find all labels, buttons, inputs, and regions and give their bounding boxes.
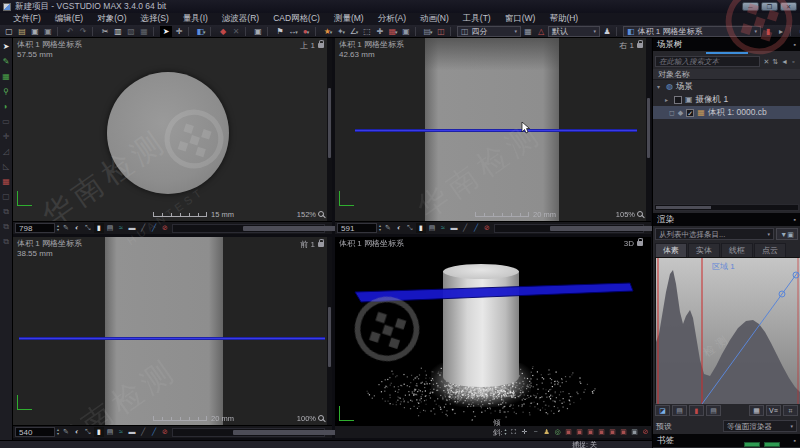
slice-view-right[interactable]: 体积 1 网格坐标系 42.63 mm 右 1 20 mm 105% [335,38,651,221]
slice-tool-icon[interactable]: ◐ [72,223,82,233]
tree-scrollbar[interactable] [654,204,799,211]
warning-icon[interactable]: △ [535,26,547,37]
tree-row-scene[interactable]: ▾ ◍ 场景 [653,80,800,93]
tool-icon[interactable]: ◗ [1,101,12,112]
toolbar-icon[interactable]: ↷ [77,26,89,37]
slice-tool-icon[interactable]: ╱ [149,223,159,233]
clipping-plane[interactable] [335,237,651,425]
toolbar-icon[interactable]: ⬚ [361,26,373,37]
render-tab[interactable]: 线框 [721,243,753,257]
menu-item[interactable]: 滤波器(R) [215,13,266,25]
expander-icon[interactable]: ▸ [665,96,671,103]
histogram-tool-button[interactable]: ▤ [672,405,687,416]
region-label[interactable]: 区域 1 [712,261,735,272]
toolbar-icon[interactable]: ▥ [112,26,124,37]
tool-icon[interactable]: ✎ [1,56,12,67]
expander-icon[interactable]: ▾ [657,83,663,90]
slice-tool-icon[interactable]: ✎ [61,427,71,437]
visibility-checkbox[interactable] [674,96,682,104]
lock-icon[interactable] [318,242,324,247]
tool-icon[interactable]: ◿ [1,146,12,157]
3d-tool-icon[interactable]: ⊘ [641,427,651,437]
slice-number-input[interactable] [15,223,55,233]
slice-plane-line[interactable] [19,337,325,340]
tilt-spinner[interactable]: ▴▾ [505,428,507,436]
toolbar-icon[interactable] [315,27,319,36]
3d-tool-icon[interactable]: ▣ [619,427,629,437]
person-icon[interactable]: ♟ [601,26,613,37]
slice-tool-icon[interactable]: ╱ [138,427,148,437]
toolbar-icon[interactable] [450,27,454,36]
slice-tool-icon[interactable]: ▮ [94,223,104,233]
lock-icon[interactable] [318,43,324,48]
menu-item[interactable]: 工具(T) [456,13,498,25]
toolbar-icon[interactable] [188,27,192,36]
slice-tool-icon[interactable]: ▤ [105,427,115,437]
toolbar-icon[interactable] [245,27,249,36]
slice-tool-icon[interactable]: ◐ [72,427,82,437]
toolbar-icon[interactable]: ▦▾ [387,26,399,37]
toolbar-icon[interactable] [267,27,271,36]
preset-select[interactable]: 等值面渲染器▾ [723,420,797,432]
search-tool-icon[interactable]: ◄ [780,58,789,66]
menu-item[interactable]: 编辑(E) [48,13,90,25]
toolbar-icon[interactable]: ▤▾ [422,26,434,37]
3d-tool-icon[interactable]: ▣ [630,427,640,437]
slice-tool-icon[interactable]: ╱ [138,223,148,233]
tool-icon[interactable]: ➤ [1,41,12,52]
slice-plane-line[interactable] [355,129,637,132]
3d-tool-icon[interactable]: ⛶ [509,427,519,437]
tool-icon[interactable]: ▢ [1,191,12,202]
toolbar-icon[interactable]: ◫ [435,26,447,37]
layout-select[interactable]: ◫ 四分 ▾ [457,26,521,37]
render-tab[interactable]: 实体 [688,243,720,257]
slice-scrollbar[interactable] [172,428,325,437]
slice-scrollbar[interactable] [172,224,325,233]
close-button[interactable]: ✕ [780,2,797,11]
menu-item[interactable]: 量具(I) [176,13,215,25]
toolbar-icon[interactable]: ✂ [99,26,111,37]
magnifier-icon[interactable] [318,415,324,421]
toolbar-icon[interactable]: ✕ [230,26,242,37]
toolbar-icon[interactable] [92,27,96,36]
toolbar-icon[interactable]: ↔▾ [287,26,299,37]
toolbar-icon[interactable]: ✚ [374,26,386,37]
lock-icon[interactable] [637,43,643,48]
toolbar-icon[interactable]: ▸ [775,26,787,37]
toolbar-icon[interactable] [57,27,61,36]
magnifier-icon[interactable] [318,211,324,217]
slice-tool-icon[interactable]: ▤ [427,223,437,233]
toolbar-icon[interactable]: ▣ [400,26,412,37]
toolbar-icon[interactable]: ▢ [3,26,15,37]
toolbar-icon[interactable]: ▣ [252,26,264,37]
slice-tool-icon[interactable]: ⊘ [482,223,492,233]
toolbar-icon[interactable]: ▮ [762,26,774,37]
vertical-scrollbar[interactable] [327,237,332,425]
3d-tool-icon[interactable]: ✛ [520,427,530,437]
slice-tool-icon[interactable]: ▬ [127,427,137,437]
toolbar-icon[interactable]: ➤ [160,26,172,37]
entry-select[interactable]: 从列表中选择条目...▾ [655,228,774,240]
slice-tool-icon[interactable]: ✎ [383,223,393,233]
slice-tool-icon[interactable]: ⤡ [83,223,93,233]
toolbar-icon[interactable]: ▣ [42,26,54,37]
slice-spinner[interactable]: ▴▾ [57,224,59,232]
toolbar-icon[interactable]: ✦▾ [335,26,347,37]
tool-icon[interactable]: ✛ [1,131,12,142]
render-tab[interactable]: 点云 [754,243,786,257]
toolbar-icon[interactable]: ★▾ [322,26,334,37]
pin-icon[interactable]: ▪ [794,41,796,48]
lock-icon[interactable] [637,241,643,246]
toolbar-icon[interactable]: ↶ [64,26,76,37]
toolbar-icon[interactable]: ✛ [173,26,185,37]
slice-tool-icon[interactable]: ≈ [116,427,126,437]
grid-icon[interactable]: ▦ [522,26,534,37]
render-panel-header[interactable]: 渲染 ▪ [653,213,800,226]
slice-tool-icon[interactable]: ✎ [61,223,71,233]
histogram-view-button[interactable]: ▦ [749,405,764,416]
save-preset-button[interactable]: ▼▣ [776,228,798,240]
histogram-view-button[interactable]: V≡ [766,405,781,416]
slice-number-input[interactable] [15,427,55,437]
tool-icon[interactable]: ⧉ [1,236,12,247]
tool-icon[interactable]: ⧉ [1,206,12,217]
